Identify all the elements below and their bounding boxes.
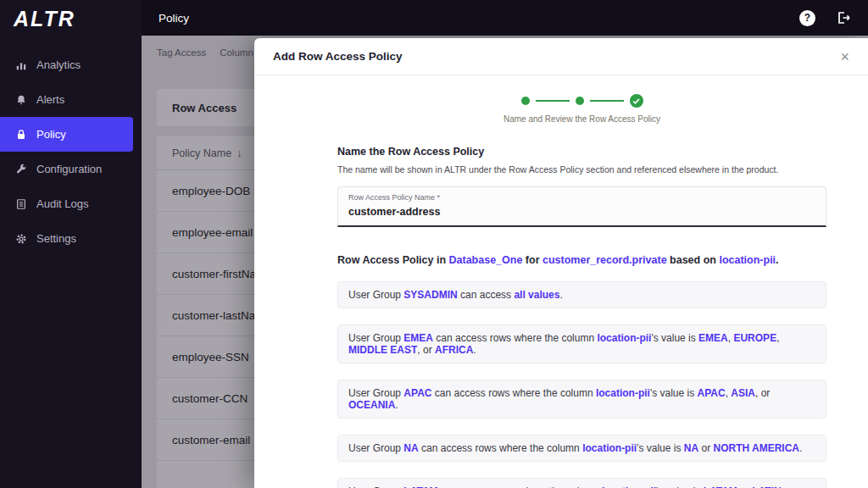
analytics-icon [15,59,27,71]
accent-text: location-pii [597,332,651,344]
text-segment: or [698,442,713,454]
accent-text: ASIA [731,387,755,399]
text-segment: User Group [348,442,403,454]
accent-text: location-pii [719,254,776,266]
sidebar-menu: AnalyticsAlertsPolicyConfigurationAudit … [0,47,142,256]
accent-text: APAC [403,387,431,399]
text-segment: 's value is [637,442,684,454]
step-3-check-icon [630,94,643,108]
text-segment: . [559,289,562,301]
text-segment: Row Access Policy in [337,254,449,266]
policy-name-input[interactable]: Row Access Policy Name * customer-addres… [337,186,826,227]
text-segment: . [776,254,778,266]
topbar: Policy ? [142,0,868,36]
accent-text: Database_One [449,254,523,266]
modal-title: Add Row Access Policy [273,50,403,63]
accent-text: EUROPE [733,332,776,344]
app-root: ALTR AnalyticsAlertsPolicyConfigurationA… [0,0,868,488]
stepper-track [337,94,826,108]
accent-text: location-pii [596,387,650,399]
modal-body: Name and Review the Row Access Policy Na… [254,75,868,488]
sidebar-item-alerts[interactable]: Alerts [0,82,142,117]
text-segment: User Group [348,289,403,301]
text-segment: 's value is [650,387,698,399]
sidebar-item-label: Policy [36,128,66,141]
step-2-complete-dot [576,97,584,105]
accent-text: EMEA [698,332,728,344]
accent-text: all values [514,289,559,301]
text-segment: . [395,399,398,411]
sidebar-item-label: Audit Logs [36,197,88,210]
policy-statement: User Group APAC can access rows where th… [337,380,826,419]
accent-text: EMEA [403,332,433,344]
text-segment: can access [458,289,515,301]
accent-text: AFRICA [435,344,473,356]
name-section-description: The name will be shown in ALTR under the… [337,164,826,175]
accent-text: NORTH AMERICA [713,442,799,454]
text-segment: , [776,332,779,344]
stepper-connector [590,100,624,102]
close-icon[interactable]: × [840,49,849,64]
sidebar-item-label: Analytics [36,58,81,71]
altr-logo[interactable]: ALTR [0,0,142,37]
stepper-caption: Name and Review the Row Access Policy [337,114,826,124]
sidebar-item-audit-logs[interactable]: Audit Logs [0,186,142,221]
text-segment: 's value is [651,332,698,344]
topbar-icons: ? [799,10,851,26]
alerts-icon [15,94,27,106]
accent-text: NA [684,442,698,454]
text-segment: can access rows where the column [431,387,595,399]
text-segment: , or [755,387,770,399]
text-segment: based on [667,254,720,266]
policy-statement: User Group SYSADMIN can access all value… [337,281,826,308]
step-1-complete-dot [521,97,530,105]
logout-icon[interactable] [836,11,851,25]
settings-gear-icon [15,233,27,245]
policy-statement: User Group NA can access rows where the … [337,435,826,462]
text-segment: for [522,254,542,266]
sidebar-item-configuration[interactable]: Configuration [0,152,142,186]
accent-text: NA [403,442,418,454]
sidebar-item-settings[interactable]: Settings [0,221,142,256]
text-segment: . [473,344,476,356]
sidebar-item-label: Alerts [36,93,64,106]
text-segment: can access rows where the column [419,442,582,454]
name-section-title: Name the Row Access Policy [337,146,826,158]
accent-text: location-pii [582,442,637,454]
policy-statement: User Group EMEA can access rows where th… [337,324,826,363]
help-icon[interactable]: ? [799,10,815,26]
configuration-wrench-icon [15,164,27,175]
text-segment: User Group [348,387,403,399]
accent-text: SYSADMIN [403,289,457,301]
text-segment: can access rows where the column [433,332,597,344]
policy-summary: Row Access Policy in Database_One for cu… [337,254,826,266]
audit-logs-icon [15,198,27,210]
accent-text: MIDDLE EAST [348,344,417,356]
sidebar-item-analytics[interactable]: Analytics [0,47,142,82]
text-segment: , or [417,344,435,356]
modal-header: Add Row Access Policy × [254,38,868,75]
policy-statement: User Group LATAM can access rows where t… [337,478,826,488]
text-segment: User Group [348,332,403,344]
policy-lock-icon [15,129,27,141]
accent-text: OCEANIA [348,399,395,411]
sidebar-item-label: Configuration [36,163,102,175]
accent-text: customer_record.private [542,254,667,266]
policy-statements: User Group SYSADMIN can access all value… [337,281,826,488]
text-segment: . [799,442,802,454]
policy-name-input-label: Row Access Policy Name * [348,193,815,202]
accent-text: APAC [698,387,726,399]
sidebar-item-policy[interactable]: Policy [0,117,133,152]
add-row-access-policy-modal: Add Row Access Policy × Name and Review … [254,38,868,488]
policy-name-input-value: customer-address [348,206,815,218]
page-title: Policy [159,12,189,25]
sidebar-item-label: Settings [36,232,76,245]
sidebar: ALTR AnalyticsAlertsPolicyConfigurationA… [0,0,142,488]
stepper-connector [536,100,570,102]
stepper: Name and Review the Row Access Policy [337,94,826,124]
